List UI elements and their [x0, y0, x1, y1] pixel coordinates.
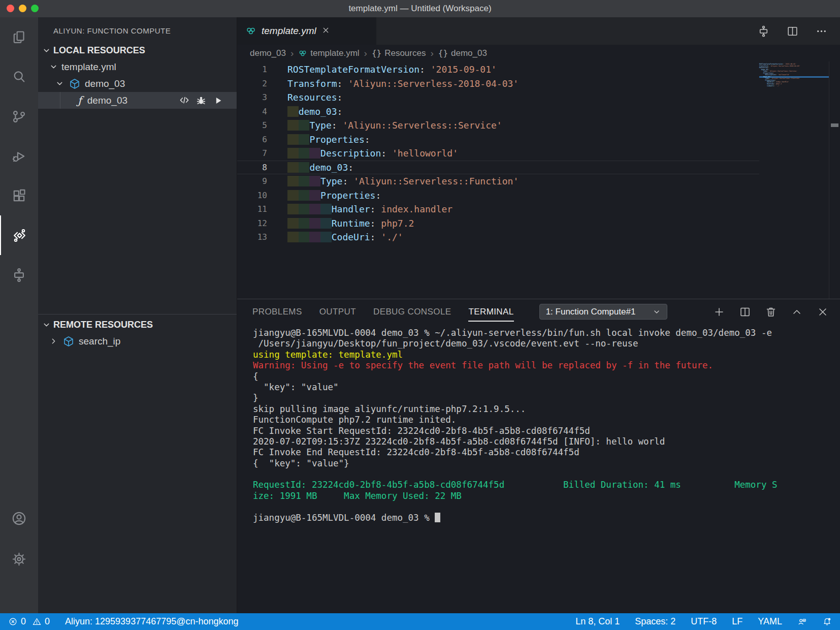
- chevron-down-icon: [55, 79, 64, 88]
- code-line: 7 Description: 'helloworld': [237, 146, 759, 161]
- code-line: 10 Properties:: [237, 188, 759, 203]
- close-panel-icon[interactable]: [817, 306, 829, 318]
- breadcrumb-item[interactable]: demo_03: [250, 48, 286, 58]
- activitybar-source-control[interactable]: [0, 97, 38, 136]
- panel-tab-output[interactable]: OUTPUT: [319, 307, 356, 317]
- activitybar-explorer[interactable]: [0, 17, 38, 57]
- breadcrumb-item[interactable]: {}demo_03: [438, 48, 487, 58]
- feedback-button[interactable]: [797, 617, 807, 626]
- tree-item-label: demo_03: [85, 78, 125, 89]
- activitybar-extensions[interactable]: [0, 176, 38, 215]
- minimize-window-button[interactable]: [19, 5, 26, 12]
- terminal-line: Warning: Using -e to specify the event f…: [253, 360, 836, 371]
- terminal-line: [253, 501, 836, 512]
- new-terminal-icon[interactable]: [713, 306, 725, 318]
- activitybar-run-debug[interactable]: [0, 136, 38, 176]
- tree-item-label: template.yml: [61, 61, 116, 73]
- tab-template-yml[interactable]: template.yml: [237, 17, 376, 45]
- section-local-resources[interactable]: LOCAL RESOURCES: [38, 42, 237, 58]
- chevron-down-icon: [653, 308, 661, 316]
- function-icon: ƒ: [78, 94, 82, 107]
- extensions-icon: [11, 188, 27, 204]
- titlebar: template.yml — Untitled (Workspace): [0, 0, 840, 17]
- terminal-output[interactable]: jiangyu@B-165MLVDL-0004 demo_03 % ~/.ali…: [253, 324, 836, 613]
- code-line: 11 Handler: index.handler: [237, 202, 759, 216]
- panel-tab-problems[interactable]: PROBLEMS: [252, 307, 302, 317]
- more-actions-icon[interactable]: [815, 25, 828, 38]
- indentation-setting[interactable]: Spaces: 2: [635, 616, 675, 627]
- notifications-button[interactable]: [822, 617, 832, 626]
- split-terminal-icon[interactable]: [739, 306, 751, 318]
- kill-terminal-icon[interactable]: [765, 306, 777, 318]
- section-label: LOCAL RESOURCES: [53, 45, 145, 56]
- terminal-line: skip pulling image aliyunfc/runtime-php7…: [253, 404, 836, 415]
- code-line: 5 Type: 'Aliyun::Serverless::Service': [237, 118, 759, 133]
- activitybar-resource-flow[interactable]: [0, 255, 38, 295]
- minimap-line: CodeUri: './': [759, 85, 829, 87]
- remote-resources-block: REMOTE RESOURCES search_ip: [38, 314, 237, 350]
- code-line: 12 Runtime: php7.2: [237, 216, 759, 231]
- encoding-setting[interactable]: UTF-8: [691, 616, 717, 627]
- resource-flow-icon: [11, 267, 27, 283]
- terminal-select[interactable]: 1: Function Compute#1: [539, 304, 667, 320]
- eol-setting[interactable]: LF: [732, 616, 742, 627]
- terminal-select-label: 1: Function Compute#1: [546, 307, 636, 317]
- terminal-cursor: [435, 513, 440, 522]
- code-line: 2Transform: 'Aliyun::Serverless-2018-04-…: [237, 77, 759, 91]
- terminal-line: [253, 469, 836, 480]
- code-action-icon[interactable]: [179, 95, 190, 106]
- maximize-panel-icon[interactable]: [791, 306, 803, 318]
- close-window-button[interactable]: [7, 5, 14, 12]
- tree-item-label: search_ip: [79, 336, 120, 347]
- error-count: 0: [21, 616, 26, 627]
- run-debug-icon: [11, 148, 27, 164]
- tree-item-function-demo03[interactable]: ƒ demo_03: [38, 92, 237, 109]
- zoom-window-button[interactable]: [31, 5, 39, 12]
- terminal-line: /Users/jiangyu/Desktop/fun_project/demo_…: [253, 338, 836, 349]
- search-icon: [11, 69, 27, 85]
- tree-item-search-ip[interactable]: search_ip: [38, 333, 237, 350]
- panel-actions: [713, 306, 840, 318]
- account-label: Aliyun: 1295939377467795@cn-hongkong: [65, 616, 239, 627]
- deploy-resource-icon[interactable]: [757, 25, 770, 38]
- tab-bar: template.yml: [237, 17, 840, 45]
- code-line: 1ROSTemplateFormatVersion: '2015-09-01': [237, 62, 759, 77]
- run-action-icon[interactable]: [212, 95, 223, 106]
- activitybar-settings[interactable]: [0, 539, 38, 579]
- section-label: REMOTE RESOURCES: [53, 320, 153, 330]
- panel-tab-debug-console[interactable]: DEBUG CONSOLE: [373, 307, 451, 317]
- error-icon: [8, 617, 18, 626]
- split-editor-icon[interactable]: [786, 25, 799, 38]
- terminal-line: FC Invoke Start RequestId: 23224cd0-2bf8…: [253, 426, 836, 436]
- aliyun-account-status[interactable]: Aliyun: 1295939377467795@cn-hongkong: [65, 616, 239, 627]
- debug-action-icon[interactable]: [196, 95, 207, 106]
- service-cube-icon: [62, 335, 75, 348]
- terminal-line: }: [253, 393, 836, 403]
- terminal-line: jiangyu@B-165MLVDL-0004 demo_03 % ~/.ali…: [253, 328, 836, 338]
- activitybar-aliyun-function-compute[interactable]: [0, 215, 38, 255]
- terminal-line: "key": "value": [253, 382, 836, 393]
- tree-item-service-demo03[interactable]: demo_03: [38, 75, 237, 92]
- breadcrumb-item[interactable]: {}Resources: [372, 48, 426, 58]
- breadcrumb-item[interactable]: template.yml: [298, 48, 359, 58]
- code-editor[interactable]: 1ROSTemplateFormatVersion: '2015-09-01'2…: [237, 62, 759, 244]
- activitybar-accounts[interactable]: [0, 498, 38, 539]
- statusbar-right: Ln 8, Col 1 Spaces: 2 UTF-8 LF YAML: [560, 616, 832, 627]
- aliyun-function-compute-icon: [12, 228, 27, 243]
- breadcrumb-separator: ›: [290, 48, 294, 59]
- code-line: 8 demo_03:: [237, 161, 759, 175]
- ros-template-icon: [245, 25, 256, 37]
- language-mode[interactable]: YAML: [758, 616, 782, 627]
- bell-icon: [822, 617, 832, 626]
- activitybar-search[interactable]: [0, 57, 38, 97]
- problems-indicator[interactable]: 0 0: [8, 616, 50, 627]
- terminal-line: FC Invoke End RequestId: 23224cd0-2bf8-4…: [253, 447, 836, 458]
- tree-item-template-yml[interactable]: template.yml: [38, 58, 237, 75]
- ros-template-icon: [298, 49, 307, 58]
- breadcrumb-separator: ›: [364, 48, 367, 59]
- tab-close-button[interactable]: [321, 26, 330, 37]
- minimap[interactable]: ROSTemplateFormatVersion: '2015-09-01'Tr…: [759, 64, 829, 87]
- section-remote-resources[interactable]: REMOTE RESOURCES: [38, 317, 237, 333]
- cursor-position[interactable]: Ln 8, Col 1: [575, 616, 620, 627]
- panel-tab-terminal[interactable]: TERMINAL: [468, 307, 513, 317]
